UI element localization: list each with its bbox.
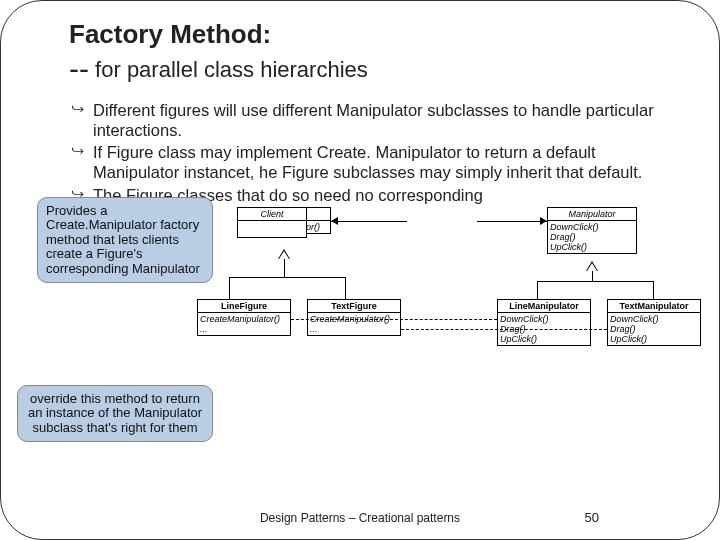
bullet-item: Different figures will use different Man… — [77, 100, 681, 140]
class-method: UpClick() — [550, 242, 634, 252]
class-name: Manipulator — [548, 208, 636, 221]
class-method: DownClick() — [550, 222, 634, 232]
class-method: ... — [310, 324, 398, 334]
callout-bottom: override this method to return an instan… — [17, 385, 213, 443]
uml-diagram: Figure CreateManipulator() Client Manipu… — [237, 203, 689, 403]
connector-line — [229, 277, 230, 299]
class-name: Client — [238, 208, 306, 221]
class-name: TextFigure — [308, 300, 400, 313]
slide-subtitle: -- for parallel class hierarchies — [69, 52, 681, 86]
bullet-list: Different figures will use different Man… — [77, 100, 681, 205]
connector-line — [537, 281, 653, 282]
class-name: LineManipulator — [498, 300, 590, 313]
connector-line — [653, 281, 654, 299]
connector-line — [331, 221, 407, 222]
diagram-area: Provides a Create.Manipulator factory me… — [39, 203, 679, 429]
uml-class-textfigure: TextFigure CreateManipulator() ... — [307, 299, 401, 336]
subtitle-dashes: -- — [69, 52, 89, 85]
uml-class-client: Client — [237, 207, 307, 238]
class-method: CreateManipulator() — [200, 314, 288, 324]
connector-line — [284, 259, 285, 277]
arrow-icon — [331, 217, 338, 225]
dashed-connector — [401, 329, 607, 330]
connector-line — [592, 271, 593, 281]
arrow-icon — [540, 217, 547, 225]
class-method: Drag() — [550, 232, 634, 242]
class-name: LineFigure — [198, 300, 290, 313]
uml-class-textmanipulator: TextManipulator DownClick() Drag() UpCli… — [607, 299, 701, 346]
uml-class-linefigure: LineFigure CreateManipulator() ... — [197, 299, 291, 336]
slide-title: Factory Method: — [69, 19, 681, 50]
page-number: 50 — [585, 510, 599, 525]
class-method: DownClick() — [610, 314, 698, 324]
dashed-connector — [291, 319, 497, 320]
connector-line — [537, 281, 538, 299]
connector-line — [477, 221, 547, 222]
class-method: Drag() — [610, 324, 698, 334]
class-method: UpClick() — [610, 334, 698, 344]
uml-class-linemanipulator: LineManipulator DownClick() Drag() UpCli… — [497, 299, 591, 346]
class-method: UpClick() — [500, 334, 588, 344]
footer-text: Design Patterns – Creational patterns — [1, 511, 719, 525]
subtitle-text: for parallel class hierarchies — [89, 57, 368, 82]
callout-top: Provides a Create.Manipulator factory me… — [37, 197, 213, 284]
inheritance-fill — [587, 263, 597, 271]
class-method: DownClick() — [500, 314, 588, 324]
slide-frame: Factory Method: -- for parallel class hi… — [0, 0, 720, 540]
class-method: ... — [200, 324, 288, 334]
uml-class-manipulator: Manipulator DownClick() Drag() UpClick() — [547, 207, 637, 254]
inheritance-fill — [279, 251, 289, 259]
connector-line — [345, 277, 346, 299]
bullet-item: If Figure class may implement Create. Ma… — [77, 142, 681, 182]
class-name: TextManipulator — [608, 300, 700, 313]
connector-line — [229, 277, 345, 278]
